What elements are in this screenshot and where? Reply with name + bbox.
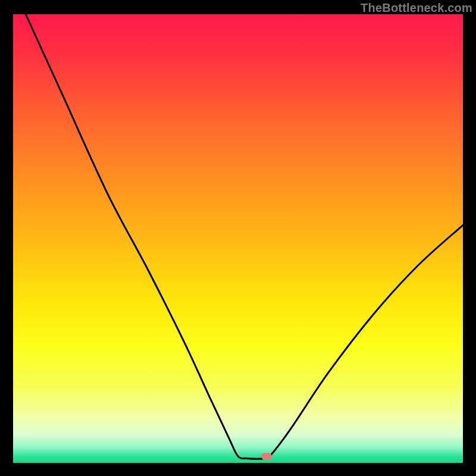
chart-frame: TheBottleneck.com (0, 0, 476, 476)
watermark-text: TheBottleneck.com (361, 1, 472, 15)
plot-area (13, 14, 463, 463)
background-gradient (13, 14, 463, 463)
optimal-point-marker (261, 453, 272, 459)
svg-rect-0 (13, 14, 463, 463)
